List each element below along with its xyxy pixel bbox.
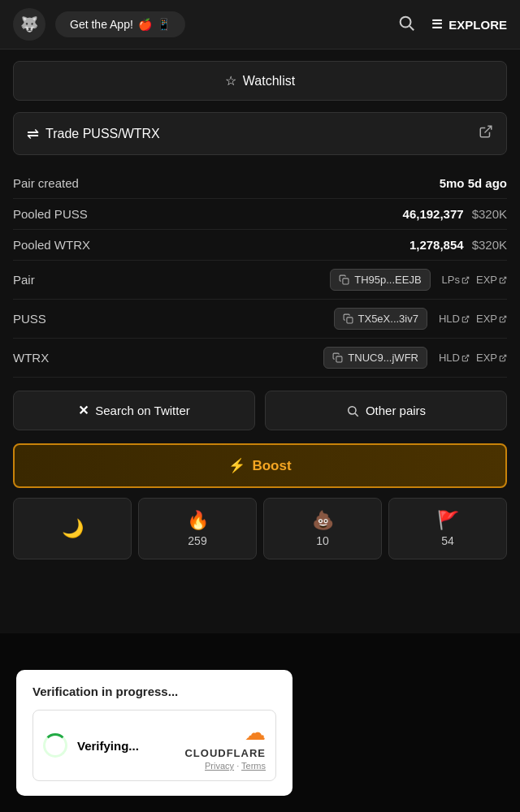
wtrx-address-links: HLD EXP bbox=[439, 352, 507, 364]
explore-menu[interactable]: ☰ EXPLORE bbox=[431, 17, 507, 32]
pooled-wtrx-amount: 1,278,854 bbox=[410, 238, 464, 252]
pooled-puss-row: Pooled PUSS 46,192,377 $320K bbox=[13, 199, 507, 230]
pooled-wtrx-values: 1,278,854 $320K bbox=[410, 238, 507, 252]
svg-line-11 bbox=[502, 355, 506, 359]
puss-address-text: TX5eX...3iv7 bbox=[358, 313, 418, 325]
pooled-puss-usd: $320K bbox=[472, 207, 507, 221]
puss-exp-link[interactable]: EXP bbox=[476, 313, 507, 325]
trade-label: ⇌ Trade PUSS/WTRX bbox=[27, 125, 160, 143]
cf-cloud-icon: ☁ bbox=[245, 720, 266, 745]
cf-spinner bbox=[43, 733, 67, 758]
puss-address-label: PUSS bbox=[13, 312, 46, 326]
cloudflare-overlay: Verification in progress... Verifying...… bbox=[0, 633, 520, 812]
svg-line-5 bbox=[502, 277, 506, 281]
pair-address-right: TH95p...EEJB LPs EXP bbox=[330, 269, 507, 291]
svg-line-8 bbox=[502, 316, 506, 320]
cf-verify-row: Verifying... ☁ CLOUDFLARE Privacy · Term… bbox=[32, 710, 276, 781]
wtrx-address-text: TNUC9...jWFR bbox=[348, 352, 418, 364]
wtrx-exp-link[interactable]: EXP bbox=[476, 352, 507, 364]
pair-address-chip[interactable]: TH95p...EEJB bbox=[330, 269, 430, 291]
trade-swap-icon: ⇌ bbox=[27, 125, 39, 143]
cf-privacy-link[interactable]: Privacy bbox=[205, 761, 234, 771]
pair-address-label: Pair bbox=[13, 273, 35, 287]
boost-lightning-icon: ⚡ bbox=[228, 457, 245, 474]
reaction-flag[interactable]: 🚩 54 bbox=[388, 498, 507, 559]
svg-line-7 bbox=[465, 316, 469, 320]
cf-title: Verification in progress... bbox=[32, 685, 276, 698]
puss-address-links: HLD EXP bbox=[439, 313, 507, 325]
cf-terms-link[interactable]: Terms bbox=[241, 761, 266, 771]
fire-emoji: 🔥 bbox=[187, 510, 209, 531]
pooled-wtrx-label: Pooled WTRX bbox=[13, 238, 90, 252]
twitter-x-icon: ✕ bbox=[78, 403, 89, 418]
svg-line-4 bbox=[465, 277, 469, 281]
other-pairs-search-icon bbox=[346, 404, 359, 417]
svg-point-0 bbox=[401, 16, 411, 27]
pair-address-links: LPs EXP bbox=[442, 274, 507, 286]
boost-button[interactable]: ⚡ Boost bbox=[13, 443, 507, 488]
wolf-icon: 🐺 bbox=[20, 15, 38, 33]
watchlist-label: Watchlist bbox=[243, 74, 295, 89]
pair-exp-link[interactable]: EXP bbox=[476, 274, 507, 286]
svg-line-2 bbox=[485, 126, 492, 132]
pooled-wtrx-usd: $320K bbox=[472, 238, 507, 252]
app-logo: 🐺 bbox=[13, 8, 46, 41]
menu-icon: ☰ bbox=[431, 17, 442, 32]
puss-address-row: PUSS TX5eX...3iv7 HLD EXP bbox=[13, 300, 507, 339]
poop-count: 10 bbox=[316, 534, 329, 547]
wtrx-address-label: WTRX bbox=[13, 351, 49, 365]
svg-point-12 bbox=[349, 406, 356, 413]
app-btn-label: Get the App! bbox=[70, 18, 133, 31]
svg-rect-6 bbox=[346, 317, 352, 323]
svg-line-1 bbox=[410, 26, 414, 30]
other-pairs-button[interactable]: Other pairs bbox=[265, 391, 507, 430]
pair-created-value: 5mo 5d ago bbox=[440, 176, 507, 190]
cf-links: Privacy · Terms bbox=[205, 761, 266, 771]
external-link-icon bbox=[479, 124, 493, 143]
get-app-button[interactable]: Get the App! 🍎 📱 bbox=[55, 11, 185, 37]
search-icon[interactable] bbox=[397, 14, 415, 36]
reactions-row: 🌙 🔥 259 💩 10 🚩 54 bbox=[13, 498, 507, 559]
boost-label: Boost bbox=[252, 458, 291, 474]
reaction-poop[interactable]: 💩 10 bbox=[263, 498, 382, 559]
main-content: ☆ Watchlist ⇌ Trade PUSS/WTRX Pair creat… bbox=[0, 61, 520, 559]
header-right: ☰ EXPLORE bbox=[397, 14, 507, 36]
svg-line-13 bbox=[355, 413, 358, 417]
cloudflare-box: Verification in progress... Verifying...… bbox=[16, 670, 292, 796]
poop-emoji: 💩 bbox=[312, 510, 334, 531]
reaction-fire[interactable]: 🔥 259 bbox=[138, 498, 257, 559]
android-icon: 📱 bbox=[157, 18, 171, 31]
pooled-puss-label: Pooled PUSS bbox=[13, 207, 88, 221]
explore-label: EXPLORE bbox=[448, 18, 507, 32]
flag-emoji: 🚩 bbox=[437, 510, 459, 531]
action-buttons-row: ✕ Search on Twitter Other pairs bbox=[13, 391, 507, 430]
wtrx-address-right: TNUC9...jWFR HLD EXP bbox=[323, 347, 507, 369]
pooled-puss-amount: 46,192,377 bbox=[403, 207, 464, 221]
svg-rect-9 bbox=[336, 356, 342, 362]
pair-created-row: Pair created 5mo 5d ago bbox=[13, 168, 507, 199]
twitter-search-button[interactable]: ✕ Search on Twitter bbox=[13, 391, 255, 430]
wtrx-address-row: WTRX TNUC9...jWFR HLD EXP bbox=[13, 339, 507, 378]
puss-hld-link[interactable]: HLD bbox=[439, 313, 470, 325]
app-header: 🐺 Get the App! 🍎 📱 ☰ EXPLORE bbox=[0, 0, 520, 50]
fire-count: 259 bbox=[188, 534, 206, 547]
trade-text: Trade PUSS/WTRX bbox=[46, 127, 160, 141]
pooled-puss-values: 46,192,377 $320K bbox=[403, 207, 507, 221]
flag-count: 54 bbox=[441, 534, 454, 547]
watchlist-button[interactable]: ☆ Watchlist bbox=[13, 61, 507, 101]
wtrx-hld-link[interactable]: HLD bbox=[439, 352, 470, 364]
pair-created-label: Pair created bbox=[13, 176, 79, 190]
reaction-moon[interactable]: 🌙 bbox=[13, 498, 132, 559]
cf-logo-area: ☁ CLOUDFLARE Privacy · Terms bbox=[184, 720, 266, 771]
pair-address-row: Pair TH95p...EEJB LPs EXP bbox=[13, 261, 507, 300]
twitter-label: Search on Twitter bbox=[95, 404, 189, 417]
trade-button[interactable]: ⇌ Trade PUSS/WTRX bbox=[13, 112, 507, 155]
other-pairs-label: Other pairs bbox=[366, 404, 426, 417]
pooled-wtrx-row: Pooled WTRX 1,278,854 $320K bbox=[13, 230, 507, 261]
wtrx-address-chip[interactable]: TNUC9...jWFR bbox=[323, 347, 427, 369]
svg-line-10 bbox=[465, 355, 469, 359]
pair-lps-link[interactable]: LPs bbox=[442, 274, 470, 286]
puss-address-chip[interactable]: TX5eX...3iv7 bbox=[334, 308, 427, 330]
pair-address-text: TH95p...EEJB bbox=[354, 274, 421, 286]
cf-verifying-text: Verifying... bbox=[77, 739, 175, 753]
